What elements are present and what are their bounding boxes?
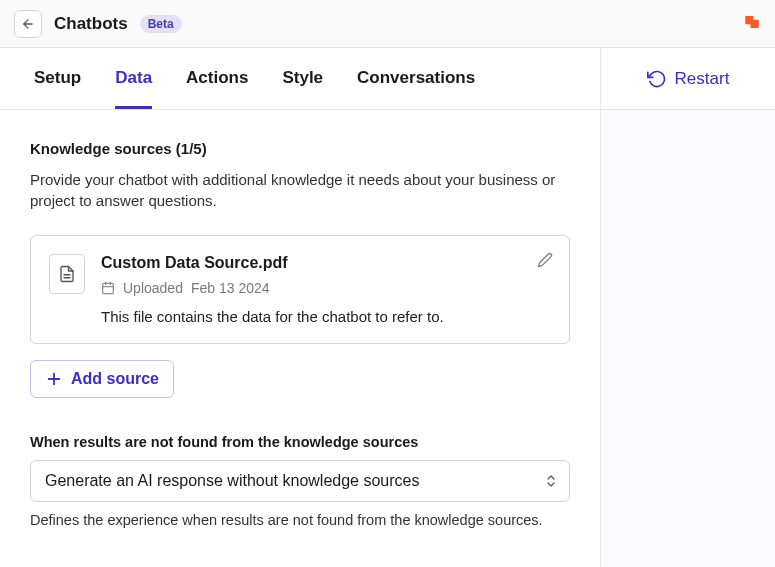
knowledge-source-card: Custom Data Source.pdf Uploaded Feb 13 2… [30,235,570,344]
top-bar: Chatbots Beta [0,0,775,48]
file-icon [49,254,85,294]
knowledge-title: Knowledge sources (1/5) [30,140,570,157]
app-logo-icon [743,13,761,35]
tab-conversations[interactable]: Conversations [357,68,475,109]
content: Knowledge sources (1/5) Provide your cha… [0,110,600,548]
plus-icon [45,370,63,388]
tab-data[interactable]: Data [115,68,152,109]
back-button[interactable] [14,10,42,38]
knowledge-description: Provide your chatbot with additional kno… [30,169,570,211]
chevron-up-down-icon [545,474,557,488]
main-panel: Setup Data Actions Style Conversations K… [0,48,601,567]
tabs: Setup Data Actions Style Conversations [0,48,600,110]
page-title: Chatbots [54,14,128,34]
tab-setup[interactable]: Setup [34,68,81,109]
fallback-help: Defines the experience when results are … [30,512,570,528]
restart-icon [647,69,667,89]
edit-source-button[interactable] [535,250,555,273]
uploaded-date: Feb 13 2024 [191,280,270,296]
pencil-icon [537,252,553,268]
beta-badge: Beta [140,15,182,33]
restart-label: Restart [675,69,730,89]
source-description: This file contains the data for the chat… [101,308,551,325]
source-meta: Uploaded Feb 13 2024 [101,280,551,296]
fallback-section: When results are not found from the know… [30,434,570,528]
svg-rect-3 [103,283,114,294]
arrow-left-icon [21,17,35,31]
add-source-button[interactable]: Add source [30,360,174,398]
fallback-label: When results are not found from the know… [30,434,570,450]
source-name: Custom Data Source.pdf [101,254,551,272]
fallback-select[interactable]: Generate an AI response without knowledg… [30,460,570,502]
restart-button[interactable]: Restart [601,48,775,110]
fallback-selected-value: Generate an AI response without knowledg… [45,472,419,490]
uploaded-prefix: Uploaded [123,280,183,296]
side-panel: Restart [601,48,775,567]
tab-style[interactable]: Style [282,68,323,109]
calendar-icon [101,281,115,295]
tab-actions[interactable]: Actions [186,68,248,109]
preview-area [601,110,775,567]
add-source-label: Add source [71,370,159,388]
